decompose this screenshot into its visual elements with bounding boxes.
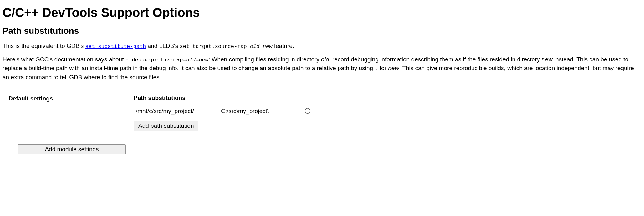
path-to-input[interactable] <box>219 106 299 116</box>
section-heading: Path substitutions <box>3 26 641 36</box>
description-paragraph-2: Here's what GCC's documentation says abo… <box>3 55 641 82</box>
path-substitution-row <box>134 106 638 116</box>
code-fdebug-prefix-map: -fdebug-prefix-map= <box>125 57 186 63</box>
add-path-substitution-button[interactable]: Add path substitution <box>134 121 198 131</box>
divider <box>8 138 638 138</box>
settings-panel: Default settings Path substitutions Add … <box>3 89 641 160</box>
description-paragraph-1: This is the equivalent to GDB's set subs… <box>3 42 641 51</box>
remove-path-button[interactable] <box>304 107 311 115</box>
set-substitute-path-link[interactable]: set substitute-path <box>85 44 146 49</box>
code-set-target-source-map: set target.source-map <box>180 44 250 49</box>
add-module-settings-button[interactable]: Add module settings <box>18 144 126 154</box>
path-from-input[interactable] <box>134 106 214 116</box>
default-settings-label: Default settings <box>8 95 134 102</box>
page-title: C/C++ DevTools Support Options <box>3 6 641 20</box>
minus-circle-icon <box>304 107 311 115</box>
path-substitutions-label: Path substitutions <box>134 95 638 101</box>
